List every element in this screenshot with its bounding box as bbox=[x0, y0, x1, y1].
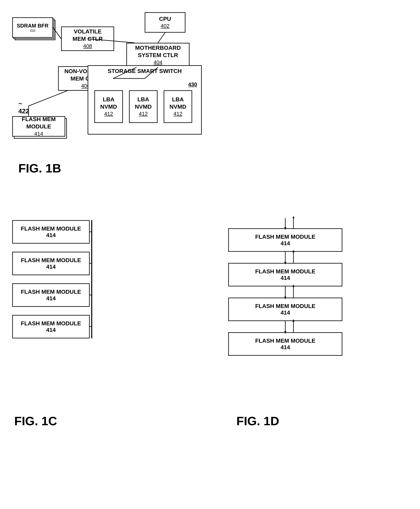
storage-smart-switch: STORAGE SMART SWITCH 430 LBA NVMD 412 LB… bbox=[88, 65, 202, 135]
vmem-ref: 408 bbox=[83, 43, 92, 50]
lba2-line1: LBA bbox=[137, 96, 149, 103]
fig1b-caption-text: FIG. 1B bbox=[18, 161, 61, 175]
svg-marker-28 bbox=[292, 319, 294, 322]
cpu-box: CPU 402 bbox=[145, 12, 186, 33]
lba3-line1: LBA bbox=[172, 96, 184, 103]
lba2-ref: 412 bbox=[139, 110, 148, 117]
fig1d-diagram: FLASH MEM MODULE 414 FLASH MEM MODULE 41… bbox=[212, 216, 391, 432]
svg-marker-16 bbox=[292, 216, 294, 218]
flash1b-text: FLASH MEM MODULE bbox=[16, 116, 62, 130]
lba1-line1: LBA bbox=[103, 96, 114, 103]
sdram-text: SDRAM BFR bbox=[17, 23, 48, 29]
fig1c-caption-text: FIG. 1C bbox=[14, 414, 57, 428]
mb-line2: SYSTEM CTLR bbox=[138, 52, 178, 59]
flash-mem-module-1b: FLASH MEM MODULE 414 bbox=[12, 116, 65, 137]
svg-marker-24 bbox=[292, 284, 294, 287]
vmem-line1: VOLATILE bbox=[74, 28, 101, 35]
svg-line-5 bbox=[29, 91, 67, 106]
lba-nvmd-1: LBA NVMD 412 bbox=[94, 90, 123, 123]
sss-ref: 430 bbox=[188, 81, 197, 88]
vmem-line2: MEM CTLR bbox=[73, 35, 103, 43]
svg-line-2 bbox=[158, 33, 165, 43]
cpu-text: CPU bbox=[159, 15, 171, 23]
flash1b-ref: 414 bbox=[34, 130, 43, 137]
fig1b-caption: FIG. 1B bbox=[18, 161, 61, 175]
mb-ref: 404 bbox=[153, 59, 162, 66]
sss-text: STORAGE SMART SWITCH bbox=[88, 68, 201, 75]
svg-marker-20 bbox=[292, 250, 294, 252]
sdram-ref: 410 bbox=[30, 29, 36, 33]
fig1c-caption: FIG. 1C bbox=[14, 414, 57, 428]
mb-line1: MOTHERBOARD bbox=[135, 44, 181, 52]
lba-nvmd-3: LBA NVMD 412 bbox=[164, 90, 192, 123]
fig1b-diagram: SDRAM BFR 410 VOLATILE MEM CTLR 408 CPU … bbox=[6, 6, 206, 182]
cpu-ref: 402 bbox=[161, 23, 169, 30]
volatile-mem-ctlr: VOLATILE MEM CTLR 408 bbox=[61, 26, 114, 51]
lba-nvmd-2: LBA NVMD 412 bbox=[129, 90, 158, 123]
fig1d-arrows bbox=[212, 216, 391, 379]
tilde-422-label: ~ 422 bbox=[18, 100, 29, 115]
fig1d-caption: FIG. 1D bbox=[236, 414, 279, 428]
lba3-ref: 412 bbox=[173, 110, 182, 117]
svg-marker-22 bbox=[284, 296, 286, 299]
sdram-box: SDRAM BFR 410 bbox=[12, 17, 53, 38]
sdram-stack: SDRAM BFR 410 bbox=[12, 17, 57, 42]
lba2-line2: NVMD bbox=[135, 103, 152, 110]
motherboard-ctlr: MOTHERBOARD SYSTEM CTLR 404 bbox=[126, 43, 189, 67]
fig1c-bracket bbox=[6, 216, 120, 359]
lba1-ref: 412 bbox=[104, 110, 113, 117]
svg-marker-14 bbox=[284, 227, 286, 230]
page: SDRAM BFR 410 VOLATILE MEM CTLR 408 CPU … bbox=[0, 0, 420, 509]
tilde-ref: 422 bbox=[18, 107, 29, 115]
svg-marker-26 bbox=[284, 331, 286, 334]
svg-marker-18 bbox=[284, 262, 286, 265]
fig1c-diagram: FLASH MEM MODULE 414 FLASH MEM MODULE 41… bbox=[6, 216, 120, 432]
lba1-line2: NVMD bbox=[100, 103, 117, 110]
lba3-line2: NVMD bbox=[170, 103, 186, 110]
fig1d-caption-text: FIG. 1D bbox=[236, 414, 279, 428]
